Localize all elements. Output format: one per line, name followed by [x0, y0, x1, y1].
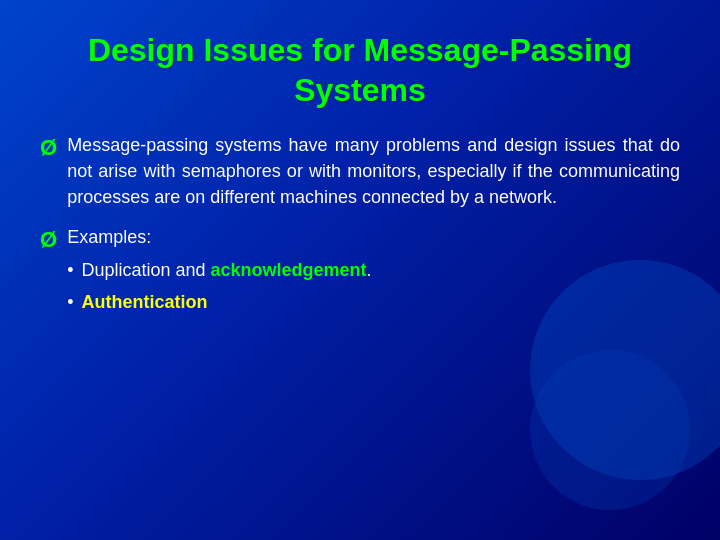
bullet-arrow-2: Ø	[40, 225, 57, 256]
bullet-arrow-1: Ø	[40, 133, 57, 164]
title-line2: Systems	[294, 72, 426, 108]
sub-bullet-2: • Authentication	[67, 290, 371, 315]
content-area: Ø Message-passing systems have many prob…	[40, 132, 680, 315]
sub-bullets: • Duplication and acknowledgement. • Aut…	[67, 258, 371, 314]
bullet-text-2: Examples:	[67, 224, 371, 250]
title-block: Design Issues for Message-Passing System…	[88, 30, 632, 110]
slide-title: Design Issues for Message-Passing System…	[88, 30, 632, 110]
sub-bullet-1: • Duplication and acknowledgement.	[67, 258, 371, 283]
slide: Design Issues for Message-Passing System…	[0, 0, 720, 540]
sub-bullet-text-1: Duplication and acknowledgement.	[81, 258, 371, 283]
sub-bullet-dot-1: •	[67, 258, 73, 283]
acknowledgement-text: acknowledgement	[211, 260, 367, 280]
sub-bullet-dot-2: •	[67, 290, 73, 315]
bg-decoration-2	[530, 350, 690, 510]
authentication-text: Authentication	[81, 290, 207, 315]
bullet-item-2: Ø Examples: • Duplication and acknowledg…	[40, 224, 680, 314]
title-line1: Design Issues for Message-Passing	[88, 32, 632, 68]
bullet-item-1: Ø Message-passing systems have many prob…	[40, 132, 680, 210]
bullet-text-1: Message-passing systems have many proble…	[67, 132, 680, 210]
